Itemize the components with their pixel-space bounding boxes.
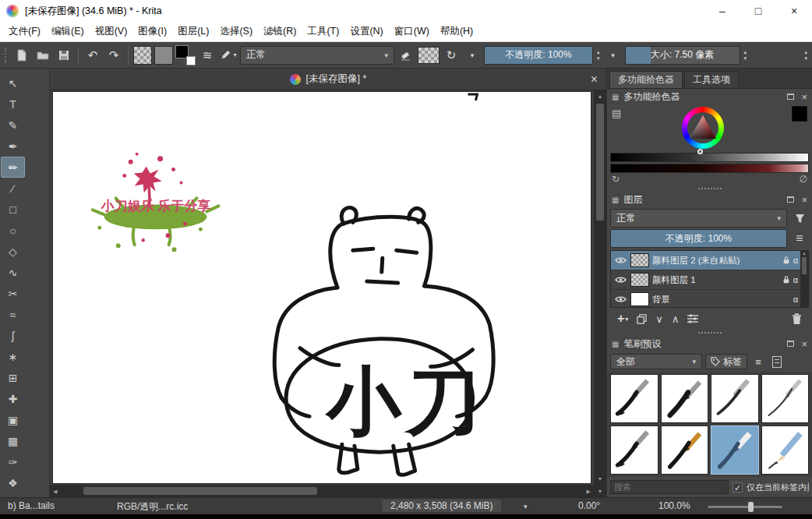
tool-line[interactable]: ∕ <box>1 178 25 199</box>
document-tab[interactable]: [未保存图像] * × <box>50 69 606 90</box>
menu-edit[interactable]: 编辑(E) <box>46 22 90 41</box>
spin-down-icon[interactable]: ▾ <box>597 56 600 61</box>
vertical-scroll-thumb[interactable] <box>596 104 604 221</box>
canvas-rotation[interactable]: 0.00° <box>578 500 600 511</box>
layer-list-scrollbar[interactable]: ▲ <box>800 251 808 307</box>
brush-search-input[interactable] <box>610 480 729 494</box>
layer-opacity-slider[interactable]: 不透明度: 100% <box>610 229 787 248</box>
dock-splitter[interactable] <box>607 185 812 192</box>
new-document-button[interactable] <box>12 45 31 65</box>
eraser-mode-button[interactable] <box>397 45 415 65</box>
menu-view[interactable]: 视图(V) <box>90 22 133 41</box>
blocked-icon[interactable]: ∅ <box>800 174 807 185</box>
tool-crop[interactable]: ▣ <box>1 409 25 430</box>
brush-tag-filter-select[interactable]: 全部 ▾ <box>610 354 702 369</box>
tags-button[interactable]: 标签 <box>705 354 747 369</box>
tool-select-shapes[interactable]: ↖ <box>1 72 25 94</box>
brush-preset-1[interactable] <box>610 374 658 423</box>
save-document-button[interactable] <box>55 45 73 65</box>
toolbar-grip[interactable] <box>5 48 9 63</box>
float-dock-icon[interactable] <box>787 341 794 347</box>
tool-fill[interactable]: ◧ <box>1 514 25 519</box>
zoom-level[interactable]: 100.0% <box>658 500 690 511</box>
close-dock-icon[interactable]: × <box>801 195 807 205</box>
menu-image[interactable]: 图像(I) <box>132 22 172 41</box>
lock-icon[interactable] <box>782 256 790 265</box>
tool-bezier-curve[interactable]: ✂ <box>1 283 25 304</box>
move-layer-down-button[interactable]: ∨ <box>655 313 663 325</box>
edit-brush-settings-button[interactable]: ▾ <box>219 45 238 65</box>
layers-dock-header[interactable]: ▦ 图层 × <box>607 192 812 207</box>
tool-edit-shapes[interactable]: ✎ <box>1 115 25 136</box>
opacity-dropdown-icon[interactable]: ▾ <box>604 45 623 65</box>
spin-down-icon[interactable]: ▾ <box>744 56 747 61</box>
tool-freehand-brush[interactable]: ✏ <box>1 157 25 178</box>
brush-preset-7-selected[interactable] <box>711 425 759 475</box>
tool-move[interactable]: ✚ <box>1 388 25 409</box>
tool-pattern-edit[interactable]: ❖ <box>1 472 25 493</box>
spin-up-icon[interactable]: ▴ <box>804 50 807 55</box>
tool-polyline[interactable]: ∿ <box>1 262 25 283</box>
zoom-slider[interactable] <box>708 506 782 508</box>
eye-icon[interactable] <box>613 276 627 284</box>
layer-options-menu-button[interactable]: ≡ <box>790 229 809 248</box>
tool-rectangle[interactable]: □ <box>1 199 25 220</box>
scroll-right-icon[interactable]: ▶ <box>584 485 594 497</box>
brush-preset-5[interactable] <box>610 425 658 475</box>
spin-up-icon[interactable]: ▴ <box>597 50 600 55</box>
opacity-slider[interactable]: 不透明度: 100% <box>484 46 593 65</box>
layer-properties-button[interactable] <box>687 314 698 323</box>
close-button[interactable]: × <box>776 0 812 22</box>
brush-presets-dock-header[interactable]: ▦ 笔刷预设 × <box>607 336 812 351</box>
delete-layer-button[interactable] <box>792 313 802 325</box>
menu-layer[interactable]: 图层(L) <box>172 22 214 41</box>
menu-window[interactable]: 窗口(W) <box>389 22 435 41</box>
tool-transform[interactable]: ⊞ <box>1 367 25 388</box>
canvas-vertical-scrollbar[interactable]: ▲ ▼ <box>594 90 606 485</box>
menu-help[interactable]: 帮助(H) <box>435 22 478 41</box>
brush-size-spinner[interactable]: ▴ ▾ <box>743 50 749 61</box>
add-layer-button[interactable]: +▾ <box>617 312 628 326</box>
tool-ellipse[interactable]: ○ <box>1 220 25 241</box>
shade-strip[interactable] <box>610 164 809 173</box>
float-dock-icon[interactable] <box>787 196 794 203</box>
dock-splitter[interactable] <box>607 330 812 336</box>
tool-multibrush[interactable]: ∗ <box>1 346 25 367</box>
memory-dropdown-icon[interactable]: ▾ <box>524 503 528 510</box>
brush-preset-4[interactable] <box>761 374 810 423</box>
close-dock-icon[interactable]: × <box>801 339 807 349</box>
spin-up-icon[interactable]: ▴ <box>744 50 747 55</box>
current-color-swatch[interactable] <box>792 106 807 122</box>
image-size-memory[interactable]: 2,480 x 3,508 (34.6 MiB) <box>382 500 501 512</box>
lock-icon[interactable] <box>782 275 790 284</box>
tool-dynamic-brush[interactable]: ʃ <box>1 325 25 346</box>
scroll-left-icon[interactable]: ◀ <box>50 485 60 497</box>
scroll-up-icon[interactable]: ▲ <box>595 90 606 102</box>
tab-advanced-color-selector[interactable]: 多功能拾色器 <box>609 71 683 88</box>
tool-gradient[interactable]: ▦ <box>1 430 25 451</box>
close-dock-icon[interactable]: × <box>801 92 807 102</box>
foreground-background-colors[interactable] <box>175 45 196 65</box>
brush-preset-6[interactable] <box>661 425 709 475</box>
scroll-down-icon[interactable]: ▼ <box>595 473 606 485</box>
maximize-button[interactable]: □ <box>740 0 776 22</box>
layer-row-paint2[interactable]: 颜料图层 2 (来自粘贴) α <box>611 251 808 270</box>
value-strip[interactable] <box>610 153 809 162</box>
tool-text[interactable]: T <box>1 94 25 115</box>
brush-display-menu-button[interactable]: ≡ <box>750 354 766 369</box>
background-color-swatch[interactable] <box>186 56 196 65</box>
scroll-up-icon[interactable]: ▲ <box>802 251 807 256</box>
workspace-dropdown-icon[interactable]: ▾ <box>463 45 482 65</box>
blend-mode-select[interactable]: 正常 ▾ <box>240 46 394 65</box>
brush-preset-3[interactable] <box>711 374 759 423</box>
horizontal-scroll-thumb[interactable] <box>83 487 317 495</box>
duplicate-layer-button[interactable] <box>637 314 647 324</box>
brush-details-view-button[interactable] <box>769 354 785 369</box>
menu-file[interactable]: 文件(F) <box>3 22 46 41</box>
tool-color-sampler[interactable]: ✑ <box>1 451 25 472</box>
sync-colors-icon[interactable]: ↻ <box>612 174 620 185</box>
tool-calligraphy[interactable]: ✒ <box>1 136 25 157</box>
eye-icon[interactable] <box>613 295 627 303</box>
canvas-page[interactable]: 小刀娱乐 乐于分享 <box>53 92 591 483</box>
menu-filter[interactable]: 滤镜(R) <box>258 22 302 41</box>
